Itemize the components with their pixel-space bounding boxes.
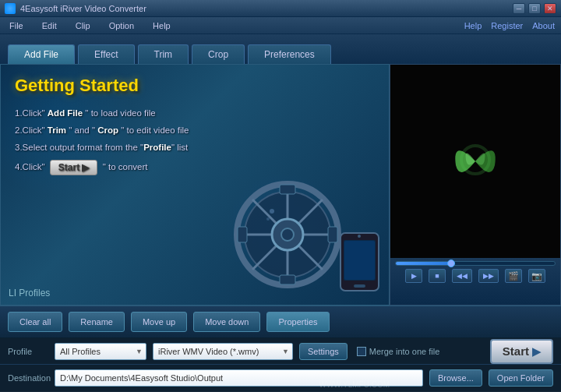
fast-forward-button[interactable]: ▶▶ [478, 269, 499, 283]
left-panel: Getting Started 1.Click" Add File " to l… [0, 64, 390, 305]
start-inline-button[interactable]: Start ▶ [50, 160, 98, 175]
app-icon [5, 3, 16, 14]
profile-row: Profile All Profiles ▼ iRiver WMV Video … [0, 338, 561, 365]
format-dropdown-arrow: ▼ [282, 348, 289, 355]
title-bar: 4Easysoft iRiver Video Converter ─ □ ✕ [0, 0, 561, 17]
getting-started-title: Getting Started [15, 76, 375, 96]
preview-screen [390, 65, 560, 258]
main-content: Getting Started 1.Click" Add File " to l… [0, 64, 561, 305]
app-title: 4Easysoft iRiver Video Converter [20, 4, 146, 13]
tab-crop[interactable]: Crop [192, 44, 245, 64]
snapshot-button[interactable]: 📷 [528, 269, 545, 283]
preview-controls: ▶ ■ ◀◀ ▶▶ 🎬 📷 [390, 258, 560, 305]
svg-point-17 [358, 235, 361, 238]
menu-edit[interactable]: Edit [39, 19, 60, 32]
seek-bar[interactable] [395, 261, 556, 266]
svg-rect-8 [280, 185, 295, 194]
svg-point-12 [270, 209, 274, 214]
toolbar: Add File Effect Trim Crop Preferences [0, 34, 561, 64]
rename-button[interactable]: Rename [69, 312, 125, 332]
title-text: 4Easysoft iRiver Video Converter [5, 3, 146, 14]
menu-register[interactable]: Register [491, 21, 523, 30]
merge-checkbox-input[interactable] [357, 347, 366, 356]
tab-add-file[interactable]: Add File [8, 44, 75, 64]
svg-rect-10 [238, 227, 247, 242]
browse-button[interactable]: Browse... [429, 369, 482, 387]
window-controls: ─ □ ✕ [513, 3, 556, 14]
stop-button[interactable]: ■ [429, 269, 446, 283]
svg-rect-16 [344, 241, 375, 280]
destination-label: Destination [8, 373, 48, 383]
phone-decoration [338, 231, 381, 293]
menu-about[interactable]: About [532, 21, 555, 30]
merge-label: Merge into one file [369, 347, 440, 356]
tab-trim[interactable]: Trim [138, 44, 189, 64]
settings-button[interactable]: Settings [299, 343, 348, 360]
move-up-button[interactable]: Move up [131, 312, 187, 332]
close-button[interactable]: ✕ [544, 3, 556, 14]
step-2: 2.Click" Trim " and " Crop " to edit vid… [15, 125, 375, 135]
tab-effect[interactable]: Effect [78, 44, 134, 64]
seek-fill [396, 262, 451, 265]
svg-rect-11 [328, 227, 337, 242]
svg-point-13 [266, 217, 270, 221]
film-reel-decoration [233, 180, 342, 289]
preview-logo [444, 130, 506, 192]
start-arrow-icon: ▶ [532, 345, 541, 358]
action-buttons-row: Clear all Rename Move up Move down Prope… [0, 305, 561, 338]
menu-right: Help Register About [464, 21, 555, 30]
profile-dropdown-value: All Profiles [60, 347, 101, 356]
move-down-button[interactable]: Move down [193, 312, 260, 332]
seek-thumb [447, 260, 455, 267]
format-dropdown-value: iRiver WMV Video (*.wmv) [158, 347, 259, 356]
li-profiles-label: LI Profiles [9, 288, 50, 298]
start-button-label: Start [503, 344, 529, 358]
clear-all-button[interactable]: Clear all [8, 312, 62, 332]
properties-button[interactable]: Properties [266, 312, 329, 332]
profile-dropdown[interactable]: All Profiles ▼ [55, 343, 146, 360]
profile-dropdown-arrow: ▼ [136, 348, 143, 355]
svg-point-7 [281, 228, 294, 241]
menu-help[interactable]: Help [150, 19, 174, 32]
merge-checkbox[interactable]: Merge into one file [357, 347, 440, 356]
start-button[interactable]: Start ▶ [490, 339, 553, 364]
menu-left: File Edit Clip Option Help [6, 19, 174, 32]
step-1: 1.Click" Add File " to load video file [15, 108, 375, 118]
preview-panel: ▶ ■ ◀◀ ▶▶ 🎬 📷 [390, 64, 561, 305]
maximize-button[interactable]: □ [528, 3, 541, 14]
svg-rect-9 [280, 275, 295, 284]
tab-preferences[interactable]: Preferences [248, 44, 331, 64]
profile-label: Profile [8, 347, 48, 356]
menu-clip[interactable]: Clip [72, 19, 94, 32]
open-folder-button[interactable]: Open Folder [489, 369, 553, 387]
menu-file[interactable]: File [6, 19, 26, 32]
clip-button[interactable]: 🎬 [505, 269, 522, 283]
play-button[interactable]: ▶ [405, 269, 422, 283]
step-3: 3.Select output format from the "Profile… [15, 143, 375, 152]
minimize-button[interactable]: ─ [513, 3, 525, 14]
rewind-button[interactable]: ◀◀ [452, 269, 472, 283]
menu-bar: File Edit Clip Option Help Help Register… [0, 17, 561, 34]
svg-rect-18 [354, 284, 365, 288]
menu-option[interactable]: Option [106, 19, 137, 32]
format-dropdown[interactable]: iRiver WMV Video (*.wmv) ▼ [153, 343, 293, 360]
watermark: WWW.YLMFU.COM [319, 380, 390, 389]
destination-row: Destination D:\My Documents\4Easysoft St… [0, 365, 561, 391]
playback-buttons: ▶ ■ ◀◀ ▶▶ 🎬 📷 [395, 269, 556, 283]
step-4: 4.Click" Start ▶ " to convert [15, 160, 375, 175]
menu-help-right[interactable]: Help [464, 21, 482, 30]
